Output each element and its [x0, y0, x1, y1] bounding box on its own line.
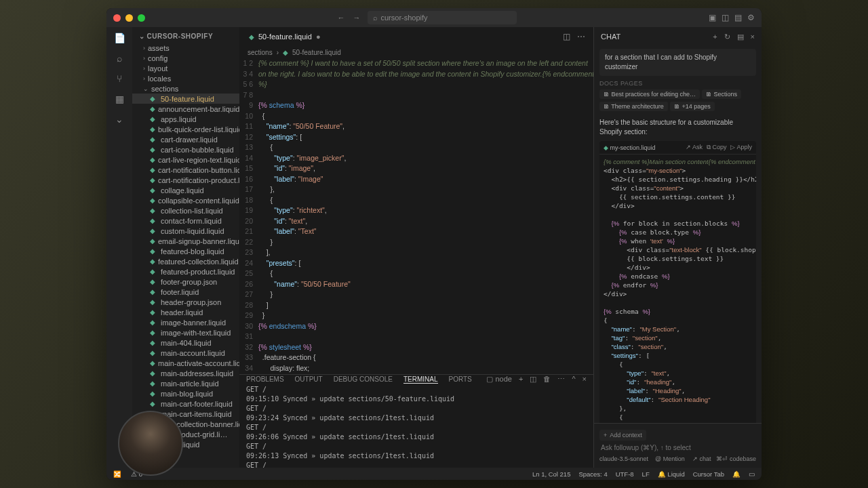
- file-item[interactable]: ◆featured-product.liquid: [132, 266, 239, 277]
- maximize-window[interactable]: [138, 14, 145, 22]
- file-item[interactable]: ◆contact-form.liquid: [132, 216, 239, 226]
- file-item[interactable]: ◆apps.liquid: [132, 114, 239, 124]
- doc-pill[interactable]: 🗎 Sections: [702, 89, 741, 99]
- folder-config[interactable]: config: [132, 53, 239, 63]
- explorer-root[interactable]: ⌄ CURSOR-SHOPIFY: [132, 30, 239, 43]
- code-apply-button[interactable]: ▷ Apply: [730, 144, 752, 151]
- tab-dirty-icon[interactable]: ●: [316, 33, 321, 41]
- split-terminal-icon[interactable]: ◫: [530, 375, 536, 384]
- chat-input[interactable]: [599, 441, 756, 454]
- tab-debug[interactable]: DEBUG CONSOLE: [334, 375, 393, 383]
- command-center[interactable]: ⌕ cursor-shopify: [368, 11, 517, 24]
- tab-problems[interactable]: PROBLEMS: [246, 375, 284, 383]
- file-item[interactable]: ◆image-banner.liquid: [132, 317, 239, 327]
- close-panel-icon[interactable]: ×: [583, 375, 587, 384]
- layout-secondary-icon[interactable]: ▤: [734, 13, 742, 22]
- close-chat-icon[interactable]: ×: [751, 33, 755, 41]
- new-terminal-icon[interactable]: +: [519, 375, 523, 384]
- status-item[interactable]: ▭: [749, 470, 755, 478]
- doc-pill[interactable]: 🗎 +14 pages: [670, 102, 715, 111]
- model-selector[interactable]: claude-3.5-sonnet: [599, 455, 648, 462]
- status-item[interactable]: Ln 1, Col 215: [532, 470, 571, 478]
- code-copy-button[interactable]: ⧉ Copy: [707, 144, 727, 151]
- codebase-button[interactable]: ⌘⏎ codebase: [716, 455, 756, 462]
- minimize-window[interactable]: [125, 14, 133, 22]
- file-item[interactable]: ◆main-account.liquid: [132, 348, 239, 358]
- mention-button[interactable]: @ Mention: [655, 455, 685, 462]
- tab-terminal[interactable]: TERMINAL: [403, 375, 438, 384]
- history-icon[interactable]: ↻: [724, 33, 730, 41]
- more-icon[interactable]: ⋯: [577, 32, 585, 41]
- file-item[interactable]: ◆cart-live-region-text.liquid: [132, 155, 239, 165]
- folder-sections[interactable]: sections: [132, 83, 239, 94]
- file-item[interactable]: ◆main-addresses.liquid: [132, 368, 239, 378]
- file-item[interactable]: ◆cart-drawer.liquid: [132, 134, 239, 144]
- doc-pill[interactable]: 🗎 Best practices for editing che…: [599, 89, 700, 99]
- breadcrumb[interactable]: sections › ◆ 50-feature.liquid: [239, 46, 593, 58]
- tab-50-feature[interactable]: ◆ 50-feature.liquid ●: [242, 27, 328, 46]
- file-item[interactable]: ◆featured-blog.liquid: [132, 246, 239, 256]
- more-terminal-icon[interactable]: ⋯: [557, 375, 565, 384]
- search-activity-icon[interactable]: ⌕: [117, 53, 122, 64]
- file-item[interactable]: ◆main-404.liquid: [132, 338, 239, 348]
- file-item[interactable]: ◆cart-notification-product.liquid: [132, 175, 239, 185]
- tab-output[interactable]: OUTPUT: [295, 375, 323, 383]
- file-item[interactable]: ◆header.liquid: [132, 307, 239, 317]
- doc-pill[interactable]: 🗎 Theme architecture: [599, 102, 668, 111]
- folder-locales[interactable]: locales: [132, 73, 239, 83]
- code-editor[interactable]: 1 2 3 4 5 6 7 8 9 10 11 12 13 14 15 16 1…: [239, 58, 593, 374]
- file-item[interactable]: ◆cart-icon-bubble.liquid: [132, 144, 239, 155]
- kill-terminal-icon[interactable]: 🗑: [543, 375, 551, 384]
- file-item[interactable]: ◆collection-list.liquid: [132, 205, 239, 216]
- file-item[interactable]: ◆main-activate-account.liquid: [132, 358, 239, 368]
- code-content[interactable]: {% comment %} I want to have a set of 50…: [258, 58, 593, 374]
- file-item[interactable]: ◆announcement-bar.liquid: [132, 104, 239, 114]
- tab-ports[interactable]: PORTS: [449, 375, 472, 383]
- source-control-icon[interactable]: ⑂: [117, 73, 122, 84]
- status-item[interactable]: Spaces: 4: [578, 470, 607, 478]
- send-chat-button[interactable]: ↗ chat: [692, 455, 711, 462]
- explorer-icon[interactable]: 📄: [114, 33, 125, 43]
- nav-forward-icon[interactable]: →: [353, 14, 361, 22]
- file-item[interactable]: ◆collage.liquid: [132, 185, 239, 195]
- chat-code[interactable]: {% comment %}Main section content{% endc…: [599, 155, 756, 423]
- folder-assets[interactable]: assets: [132, 43, 239, 53]
- status-item[interactable]: 🔔: [732, 470, 741, 478]
- terminal-shell-icon[interactable]: ▢ node: [486, 375, 512, 384]
- file-item[interactable]: ◆footer-group.json: [132, 277, 239, 287]
- add-context-button[interactable]: + Add context: [599, 430, 646, 441]
- dock-icon[interactable]: ▤: [737, 33, 744, 41]
- status-branch[interactable]: 🔀: [113, 470, 121, 478]
- file-item[interactable]: ◆featured-collection.liquid: [132, 256, 239, 266]
- file-item[interactable]: ◆main-article.liquid: [132, 378, 239, 388]
- close-window[interactable]: [113, 14, 121, 22]
- layout-primary-icon[interactable]: ▣: [709, 13, 716, 22]
- file-item[interactable]: ◆image-with-text.liquid: [132, 327, 239, 338]
- layout-panel-icon[interactable]: ◫: [722, 13, 729, 22]
- folder-layout[interactable]: layout: [132, 63, 239, 73]
- maximize-panel-icon[interactable]: ^: [572, 375, 575, 384]
- status-item[interactable]: LF: [642, 470, 650, 478]
- file-item[interactable]: ◆cart-notification-button.liquid: [132, 165, 239, 175]
- file-item[interactable]: ◆bulk-quick-order-list.liquid: [132, 124, 239, 134]
- status-item[interactable]: 🔔 Liquid: [658, 470, 685, 478]
- status-item[interactable]: Cursor Tab: [693, 470, 724, 478]
- file-item[interactable]: ◆custom-liquid.liquid: [132, 226, 239, 236]
- status-item[interactable]: UTF-8: [616, 470, 634, 478]
- nav-back-icon[interactable]: ←: [338, 14, 345, 22]
- new-chat-icon[interactable]: +: [713, 33, 717, 41]
- file-item[interactable]: ◆footer.liquid: [132, 287, 239, 297]
- settings-icon[interactable]: ⚙: [747, 13, 755, 22]
- chat-body[interactable]: for a section that I can add to Shopify …: [594, 46, 762, 423]
- file-item[interactable]: ◆collapsible-content.liquid: [132, 195, 239, 205]
- extensions-icon[interactable]: ▦: [115, 94, 124, 104]
- file-item[interactable]: ◆50-feature.liquid: [132, 94, 239, 104]
- file-item[interactable]: ◆main-blog.liquid: [132, 388, 239, 399]
- file-item[interactable]: ◆header-group.json: [132, 297, 239, 307]
- split-editor-icon[interactable]: ◫: [563, 32, 570, 41]
- code-ask-button[interactable]: ↗ Ask: [686, 144, 703, 151]
- chevron-down-icon[interactable]: ⌄: [115, 114, 123, 125]
- file-item[interactable]: ◆email-signup-banner.liquid: [132, 236, 239, 246]
- terminal-body[interactable]: GET / 09:15:10 Synced » update sections/…: [239, 384, 593, 468]
- file-item[interactable]: ◆main-cart-footer.liquid: [132, 399, 239, 409]
